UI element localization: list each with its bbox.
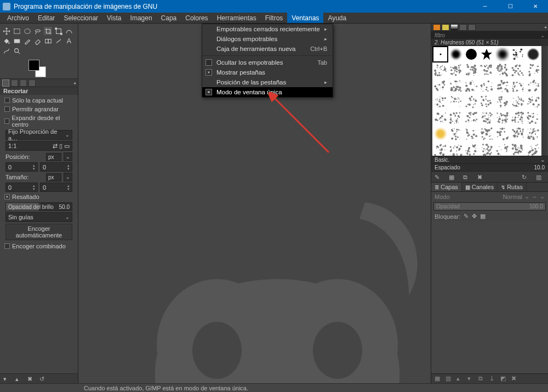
lock-alpha-icon[interactable]: ▩ xyxy=(480,213,486,220)
brush-cell[interactable] xyxy=(510,142,525,156)
opt-allow-grow[interactable]: Permitir agrandar xyxy=(2,105,76,113)
path-icon[interactable] xyxy=(2,47,10,55)
brush-cell[interactable] xyxy=(495,142,510,156)
move-tool-icon[interactable] xyxy=(2,27,10,35)
delete-preset-icon[interactable]: ✖ xyxy=(27,376,34,382)
opt-shrink-merged[interactable]: Encoger combinado xyxy=(2,242,76,251)
fixed-aspect-combo[interactable]: Fijo Proporción de a…⌄ xyxy=(5,130,72,140)
transform-icon[interactable] xyxy=(54,27,62,35)
menuitem[interactable]: Posición de las pestañas▸ xyxy=(202,77,333,87)
brush-cell[interactable] xyxy=(448,110,463,126)
menu-capa[interactable]: Capa xyxy=(157,13,181,23)
reset-icon[interactable]: ↺ xyxy=(39,376,46,382)
clone-icon[interactable] xyxy=(44,37,52,45)
fg-color[interactable] xyxy=(28,60,39,71)
brush-cell[interactable] xyxy=(526,47,541,62)
brush-cell[interactable] xyxy=(480,110,494,126)
text-tool-icon[interactable]: A xyxy=(65,37,73,45)
brush-cell[interactable] xyxy=(433,94,448,110)
size-w-input[interactable]: 0▴▾ xyxy=(5,183,38,192)
color-swatches[interactable] xyxy=(28,60,46,77)
tab-tool-options[interactable] xyxy=(2,79,9,87)
zoom-icon[interactable] xyxy=(13,47,21,55)
new-group-icon[interactable]: ▥ xyxy=(446,375,452,382)
brush-cell[interactable] xyxy=(464,142,479,156)
opt-expand-center[interactable]: Expandir desde el centro xyxy=(2,113,76,129)
new-brush-icon[interactable]: ▦ xyxy=(449,174,455,180)
brush-cell[interactable] xyxy=(495,78,510,94)
brush-cell[interactable] xyxy=(526,63,541,78)
brush-cell[interactable] xyxy=(526,126,541,141)
brush-cell[interactable] xyxy=(433,142,448,156)
tab-images[interactable] xyxy=(28,79,36,87)
delete-layer-icon[interactable]: ✖ xyxy=(511,375,518,382)
opt-highlight[interactable]: Resaltado xyxy=(2,192,76,201)
brush-cell[interactable] xyxy=(464,47,479,62)
swap-icon[interactable]: ⇄ xyxy=(53,143,58,150)
rect-select-icon[interactable] xyxy=(13,27,21,35)
merge-down-icon[interactable]: ⤓ xyxy=(489,375,496,382)
menu-editar[interactable]: Editar xyxy=(33,13,59,23)
brush-cell[interactable] xyxy=(448,126,463,141)
pos-y-input[interactable]: 0▴▾ xyxy=(40,162,72,172)
lock-pixels-icon[interactable]: ✎ xyxy=(464,213,469,220)
open-as-image-icon[interactable]: ▥ xyxy=(536,174,543,180)
brush-cell[interactable] xyxy=(510,63,525,78)
autoshrink-button[interactable]: Encoger automáticamente xyxy=(5,224,72,240)
brush-cell[interactable] xyxy=(495,126,510,141)
new-layer-icon[interactable]: ▦ xyxy=(435,375,441,382)
tab-channels[interactable]: ▦Canales xyxy=(462,183,498,191)
bucket-icon[interactable] xyxy=(2,37,10,45)
brush-cell[interactable] xyxy=(510,47,525,62)
brush-cell[interactable] xyxy=(480,63,494,78)
size-unit[interactable]: px xyxy=(46,173,61,181)
brush-cell[interactable] xyxy=(510,110,525,126)
refresh-brush-icon[interactable]: ↻ xyxy=(522,174,528,180)
menu-herramientas[interactable]: Herramientas xyxy=(213,13,261,23)
mask-icon[interactable]: ◩ xyxy=(500,375,507,382)
brush-cell[interactable] xyxy=(480,94,494,110)
brush-cell[interactable] xyxy=(464,78,479,94)
raise-layer-icon[interactable]: ▴ xyxy=(456,375,463,382)
lock-position-icon[interactable]: ✥ xyxy=(472,213,477,220)
tab-patterns[interactable] xyxy=(442,24,449,31)
tab-menu-icon[interactable]: ◂ xyxy=(73,81,76,86)
highlight-opacity-slider[interactable]: Opacidad del brillo50.0 xyxy=(5,202,72,211)
brush-cell[interactable] xyxy=(433,110,448,126)
layers-list[interactable] xyxy=(431,221,548,373)
menu-ventanas[interactable]: Ventanas xyxy=(287,13,323,23)
brush-cell[interactable] xyxy=(433,126,448,141)
brush-cell[interactable] xyxy=(433,78,448,94)
tab-gradients[interactable] xyxy=(450,24,458,31)
brush-cell[interactable] xyxy=(464,126,479,141)
position-unit[interactable]: px xyxy=(46,153,61,161)
brush-grid[interactable] xyxy=(432,46,547,156)
aspect-ratio-field[interactable]: 1:1⇄▯▭ xyxy=(5,141,72,151)
delete-brush-icon[interactable]: ✖ xyxy=(477,174,484,180)
brush-cell[interactable] xyxy=(526,78,541,94)
chevron-down-icon[interactable]: ⌄ xyxy=(64,152,72,161)
lasso-icon[interactable] xyxy=(33,27,42,35)
brush-cell[interactable] xyxy=(448,94,463,110)
menu-archivo[interactable]: Archivo xyxy=(3,13,33,23)
lower-layer-icon[interactable]: ▾ xyxy=(467,375,474,382)
menuitem[interactable]: ×Mostrar pestañas xyxy=(202,67,333,77)
gradient-icon[interactable] xyxy=(13,37,21,45)
close-button[interactable]: ✕ xyxy=(523,0,548,13)
menu-ayuda[interactable]: Ayuda xyxy=(323,13,351,23)
layer-mode-row[interactable]: ModoNormal⌄↔⌄ xyxy=(431,192,548,201)
brush-cell[interactable] xyxy=(495,47,510,62)
restore-preset-icon[interactable]: ▴ xyxy=(15,376,22,382)
brush-icon[interactable] xyxy=(23,37,31,45)
menuitem[interactable]: Caja de herramientas nuevaCtrl+B xyxy=(202,44,333,54)
duplicate-layer-icon[interactable]: ⧉ xyxy=(478,375,485,382)
menu-colores[interactable]: Colores xyxy=(181,13,212,23)
brush-preset-row[interactable]: Basic.⌄ xyxy=(431,156,548,163)
brush-cell[interactable] xyxy=(526,94,541,110)
chevron-down-icon[interactable]: ⌄ xyxy=(64,173,72,181)
menuitem[interactable]: Diálogos empotrables▸ xyxy=(202,34,333,44)
landscape-icon[interactable]: ▭ xyxy=(64,143,70,150)
menu-imagen[interactable]: Imagen xyxy=(126,13,157,23)
tab-device-status[interactable] xyxy=(11,79,18,87)
brush-cell[interactable] xyxy=(448,47,463,62)
